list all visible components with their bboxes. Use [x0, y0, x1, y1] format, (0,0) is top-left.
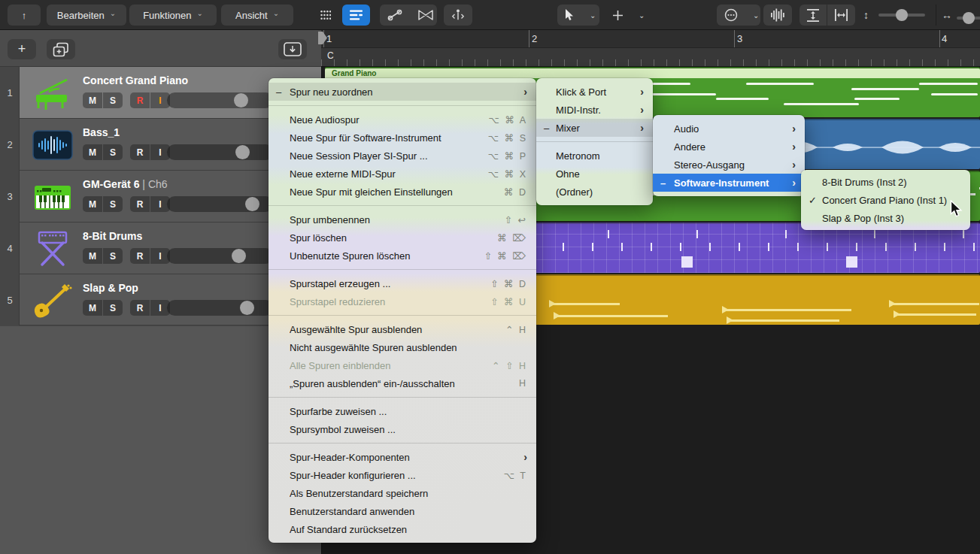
track-number: 3	[0, 171, 20, 223]
shortcut: ⇧ ⌘ D	[490, 278, 527, 289]
menu-item-metronom[interactable]: Metronom	[536, 147, 653, 165]
menu-item-neue-session-player-spur[interactable]: Neue Session Player SI-Spur ...⌥ ⌘ P	[269, 147, 536, 165]
submenu-arrow-icon: ›	[792, 141, 796, 152]
volume-slider[interactable]	[167, 300, 274, 316]
submenu-arrow-icon: ›	[640, 86, 644, 97]
volume-slider[interactable]	[167, 144, 274, 160]
library-grid-button[interactable]	[313, 5, 338, 26]
menu-item-unbenutzte-spuren-loeschen[interactable]: Unbenutzte Spuren löschen⇧ ⌘ ⌦	[269, 247, 536, 265]
vertical-zoom-knob[interactable]	[896, 9, 908, 21]
more-options-dropdown[interactable]: ⌄	[717, 5, 760, 26]
menu-item-spursymbol-zuweisen[interactable]: Spursymbol zuweisen ...	[269, 420, 536, 438]
vertical-zoom-button[interactable]	[799, 5, 827, 26]
track-list-icon	[350, 10, 363, 20]
tracks-view-button[interactable]	[342, 5, 370, 26]
volume-slider[interactable]	[167, 248, 274, 264]
main-toolbar: ↑ Bearbeiten ⌄ Funktionen ⌄ Ansicht ⌄	[0, 0, 980, 30]
menu-item-neue-spur-software-instrument[interactable]: Neue Spur für Software-Instrument⌥ ⌘ S	[269, 129, 536, 147]
record-enable-button[interactable]: R	[130, 144, 150, 160]
vertical-zoom-slider[interactable]	[878, 14, 925, 17]
menu-item-slap-and-pop-inst-3[interactable]: Slap & Pop (Inst 3)	[801, 209, 970, 227]
menu-item-spurfarbe-zuweisen[interactable]: Spurfarbe zuweisen ...	[269, 402, 536, 420]
pencil-tool-dropdown[interactable]: ⌄	[605, 5, 647, 26]
menu-item-spur-neu-zuordnen[interactable]: – Spur neu zuordnen ›	[269, 83, 536, 101]
mute-button[interactable]: M	[83, 248, 102, 264]
menu-item-spuren-ausblenden-umschalten[interactable]: „Spuren ausblenden“ ein-/ausschaltenH	[269, 374, 536, 392]
add-track-button[interactable]: +	[8, 39, 36, 59]
mute-button[interactable]: M	[83, 196, 102, 212]
menu-item-software-instrument[interactable]: –Software-Instrument›	[653, 174, 805, 192]
beat-ruler[interactable]: C	[321, 48, 980, 67]
menu-separator	[536, 141, 653, 142]
waveform-zoom-button[interactable]	[763, 5, 792, 26]
panel-down-arrow-icon	[284, 42, 302, 56]
menu-item-neue-audiospur[interactable]: Neue Audiospur⌥ ⌘ A	[269, 110, 536, 129]
menu-item-concert-grand-piano-inst-1[interactable]: ✓Concert Grand Piano (Inst 1)	[801, 191, 970, 209]
hide-track-panel-button[interactable]	[278, 39, 307, 59]
bearbeiten-label: Bearbeiten	[57, 10, 105, 21]
bar-number: 4	[942, 33, 947, 44]
horizontal-zoom-slider[interactable]	[957, 17, 980, 20]
duplicate-track-button[interactable]	[47, 39, 75, 59]
bar-ruler[interactable]: 1 2 3 4	[321, 30, 980, 48]
menu-item-ordner[interactable]: (Ordner)	[536, 183, 653, 201]
mute-button[interactable]: M	[83, 300, 102, 316]
back-up-button[interactable]: ↑	[8, 5, 41, 26]
horizontal-zoom-knob[interactable]	[963, 12, 975, 24]
cycle-button[interactable]	[410, 5, 441, 26]
record-enable-button[interactable]: R	[130, 196, 150, 212]
menu-item-ausgewaehlte-spur-ausblenden[interactable]: Ausgewählte Spur ausblenden⌃ H	[269, 320, 536, 338]
chevron-down-icon: ⌄	[273, 11, 279, 17]
menu-item-8-bit-drums-inst-2[interactable]: 8-Bit Drums (Inst 2)	[801, 173, 970, 191]
shortcut: ⌃ ⇧ H	[492, 360, 527, 371]
menu-item-audio[interactable]: Audio›	[653, 120, 805, 138]
menu-item-spur-header-komponenten[interactable]: Spur-Header-Komponenten›	[269, 448, 536, 466]
ansicht-menu-button[interactable]: Ansicht ⌄	[221, 5, 293, 26]
menu-item-nicht-ausgewaehlte-spuren-ausblenden[interactable]: Nicht ausgewählte Spuren ausblenden	[269, 338, 536, 356]
menu-item-midi-instr[interactable]: MIDI-Instr.›	[536, 101, 653, 119]
menu-item-spur-umbenennen[interactable]: Spur umbenennen⇧ ↩	[269, 210, 536, 229]
track-context-menu: – Spur neu zuordnen › Neue Audiospur⌥ ⌘ …	[269, 78, 536, 543]
menu-item-klick-und-port[interactable]: Klick & Port›	[536, 83, 653, 101]
funktionen-menu-button[interactable]: Funktionen ⌄	[129, 5, 217, 26]
solo-button[interactable]: S	[103, 196, 123, 212]
menu-item-als-benutzerstandard-speichern[interactable]: Als Benutzerstandard speichern	[269, 484, 536, 502]
solo-button[interactable]: S	[103, 92, 123, 108]
solo-button[interactable]: S	[103, 248, 123, 264]
solo-button[interactable]: S	[103, 300, 123, 316]
menu-item-neue-spur-gleiche-einstellungen[interactable]: Neue Spur mit gleichen Einstellungen⌘ D	[269, 183, 536, 201]
menu-item-andere[interactable]: Andere›	[653, 138, 805, 156]
menu-separator	[269, 105, 536, 106]
solo-button[interactable]: S	[103, 144, 123, 160]
playhead-marker[interactable]	[318, 32, 327, 44]
mute-button[interactable]: M	[83, 92, 102, 108]
record-enable-button[interactable]: R	[130, 92, 150, 108]
split-button[interactable]	[444, 5, 472, 26]
menu-item-auf-standard-zuruecksetzen[interactable]: Auf Standard zurücksetzen	[269, 520, 536, 538]
volume-knob[interactable]	[235, 145, 250, 159]
record-enable-button[interactable]: R	[130, 300, 150, 316]
menu-item-spurstapel-erzeugen[interactable]: Spurstapel erzeugen ...⇧ ⌘ D	[269, 274, 536, 292]
volume-knob[interactable]	[245, 197, 259, 211]
menu-item-mixer[interactable]: –Mixer›	[536, 119, 653, 137]
menu-item-stereo-ausgang[interactable]: Stereo-Ausgang›	[653, 156, 805, 174]
automation-button[interactable]	[380, 5, 410, 26]
pointer-tool-dropdown[interactable]: ⌄	[557, 5, 599, 26]
volume-slider[interactable]	[167, 92, 274, 108]
track-channel: | Ch6	[142, 178, 167, 190]
bearbeiten-menu-button[interactable]: Bearbeiten ⌄	[47, 5, 126, 26]
menu-item-neue-externe-midi-spur[interactable]: Neue externe MIDI-Spur⌥ ⌘ X	[269, 165, 536, 183]
menu-item-ohne[interactable]: Ohne	[536, 165, 653, 183]
menu-item-spur-loeschen[interactable]: Spur löschen⌘ ⌦	[269, 229, 536, 247]
volume-knob[interactable]	[232, 249, 246, 263]
mute-button[interactable]: M	[83, 144, 102, 160]
menu-item-spur-header-konfigurieren[interactable]: Spur-Header konfigurieren ...⌥ T	[269, 466, 536, 484]
midi-keyboard-icon	[32, 176, 74, 217]
menu-item-benutzerstandard-anwenden[interactable]: Benutzerstandard anwenden	[269, 502, 536, 520]
volume-knob[interactable]	[234, 93, 248, 107]
volume-slider[interactable]	[167, 196, 274, 212]
record-enable-button[interactable]: R	[130, 248, 150, 264]
horizontal-zoom-button[interactable]	[827, 5, 855, 26]
shortcut: ⇧ ⌘ ⌦	[484, 250, 527, 262]
volume-knob[interactable]	[240, 301, 254, 315]
